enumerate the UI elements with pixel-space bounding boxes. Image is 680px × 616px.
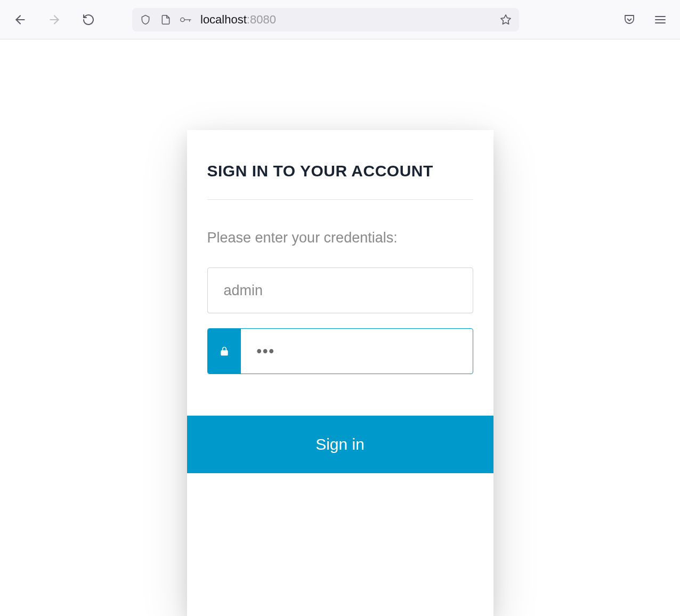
- nav-buttons: [13, 12, 96, 27]
- hamburger-menu-icon[interactable]: [653, 13, 667, 27]
- pocket-icon[interactable]: [622, 13, 636, 27]
- password-field-wrapper: [207, 328, 473, 374]
- divider: [207, 199, 473, 200]
- username-input[interactable]: [208, 268, 473, 313]
- card-body: SIGN IN TO YOUR ACCOUNT Please enter you…: [187, 130, 493, 416]
- url-text: localhost:8080: [200, 13, 491, 27]
- page-icon: [160, 14, 172, 26]
- shield-icon: [140, 14, 151, 26]
- sign-in-button[interactable]: Sign in: [187, 416, 493, 473]
- url-port: :8080: [247, 13, 276, 26]
- url-host: localhost: [200, 13, 247, 26]
- page-content: SIGN IN TO YOUR ACCOUNT Please enter you…: [0, 39, 680, 616]
- lock-icon: [208, 329, 241, 374]
- address-bar[interactable]: localhost:8080: [132, 8, 519, 31]
- bookmark-star-icon[interactable]: [500, 14, 512, 26]
- reload-button[interactable]: [81, 12, 96, 27]
- login-instruction: Please enter your credentials:: [207, 230, 473, 246]
- toolbar-right: [622, 13, 667, 27]
- forward-button[interactable]: [47, 12, 62, 27]
- login-title: SIGN IN TO YOUR ACCOUNT: [207, 162, 473, 180]
- key-icon: [180, 14, 192, 26]
- back-button[interactable]: [13, 12, 28, 27]
- login-card: SIGN IN TO YOUR ACCOUNT Please enter you…: [187, 130, 493, 616]
- username-field-wrapper: [207, 268, 473, 313]
- password-input[interactable]: [241, 329, 473, 374]
- browser-toolbar: localhost:8080: [0, 0, 680, 39]
- svg-point-2: [181, 18, 184, 21]
- svg-marker-5: [501, 14, 511, 23]
